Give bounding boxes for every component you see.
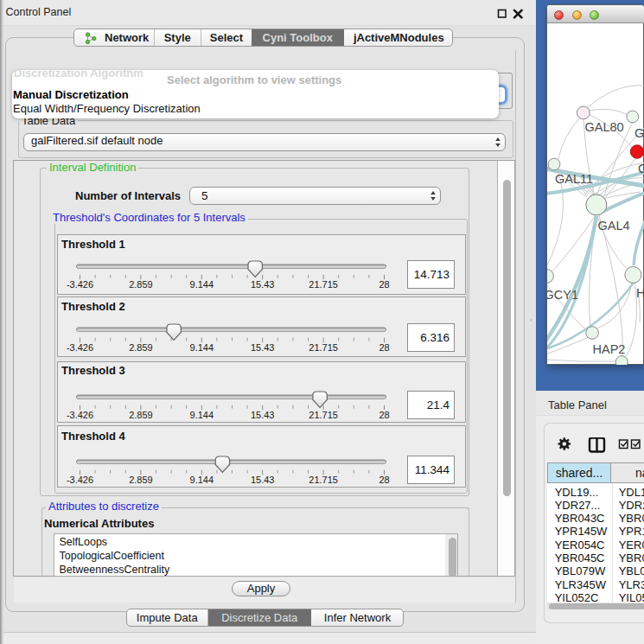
svg-text:9.144: 9.144 xyxy=(190,410,214,420)
svg-text:GA: GA xyxy=(634,126,644,140)
svg-text:-3.426: -3.426 xyxy=(67,342,93,353)
svg-text:H: H xyxy=(636,286,644,300)
svg-text:C: C xyxy=(638,162,644,175)
svg-text:GAL4: GAL4 xyxy=(598,219,630,233)
svg-text:15.43: 15.43 xyxy=(251,410,275,420)
svg-text:9.144: 9.144 xyxy=(190,475,214,485)
svg-text:GAL11: GAL11 xyxy=(555,172,593,186)
svg-text:2.859: 2.859 xyxy=(129,342,153,353)
svg-text:-3.426: -3.426 xyxy=(67,279,93,290)
svg-text:21.715: 21.715 xyxy=(309,410,338,420)
svg-text:21.715: 21.715 xyxy=(309,475,338,485)
svg-text:15.43: 15.43 xyxy=(251,279,275,290)
svg-text:GAL80: GAL80 xyxy=(585,120,624,134)
svg-text:28: 28 xyxy=(379,279,389,290)
svg-text:GCY1: GCY1 xyxy=(547,288,578,302)
svg-text:28: 28 xyxy=(379,410,389,420)
svg-text:HAP2: HAP2 xyxy=(593,342,626,356)
svg-text:-3.426: -3.426 xyxy=(67,410,93,420)
svg-text:2.859: 2.859 xyxy=(129,279,153,290)
svg-text:15.43: 15.43 xyxy=(251,342,275,353)
svg-text:21.715: 21.715 xyxy=(309,279,338,290)
svg-text:2.859: 2.859 xyxy=(129,410,153,420)
svg-text:2.859: 2.859 xyxy=(129,475,153,485)
svg-text:-3.426: -3.426 xyxy=(67,475,93,485)
svg-text:28: 28 xyxy=(379,475,389,485)
svg-text:21.715: 21.715 xyxy=(309,342,338,353)
svg-text:9.144: 9.144 xyxy=(190,279,214,290)
svg-text:28: 28 xyxy=(379,342,389,353)
svg-text:9.144: 9.144 xyxy=(190,342,214,353)
svg-text:15.43: 15.43 xyxy=(251,475,275,485)
